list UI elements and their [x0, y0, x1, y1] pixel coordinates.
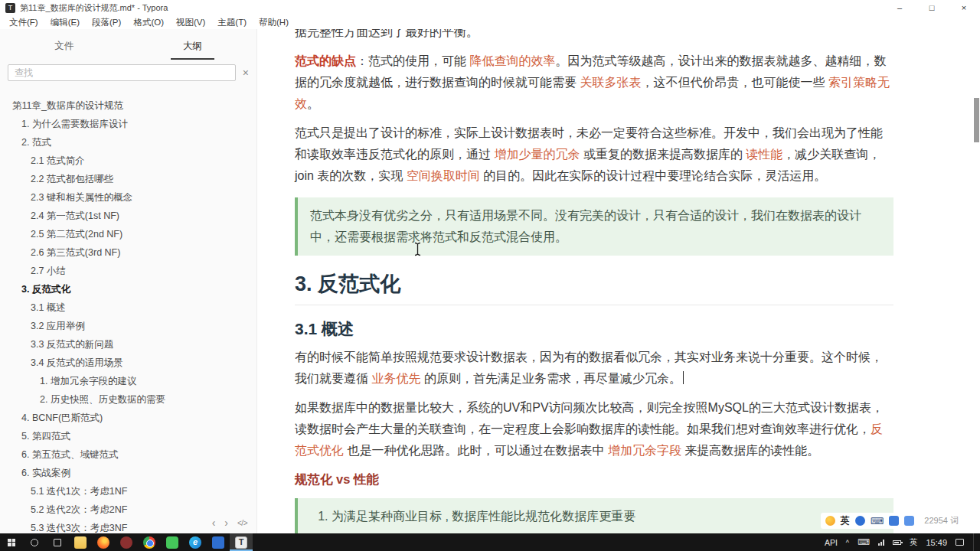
sidebar-tab-label: 文件 — [42, 37, 86, 60]
outline-item[interactable]: 3.3 反范式的新问题 — [0, 335, 256, 354]
outline-item[interactable]: 2.6 第三范式(3rd NF) — [0, 243, 256, 262]
paragraph[interactable]: 范式只是提出了设计的标准，实际上设计数据表时，未必一定要符合这些标准。开发中，我… — [295, 122, 893, 187]
title-bar[interactable]: T 第11章_数据库的设计规范.md* - Typora – □ × — [0, 0, 980, 15]
menu-item-1[interactable]: 文件(F) — [3, 15, 44, 29]
ime-toolbox-icon[interactable] — [889, 516, 899, 526]
outline-item[interactable]: 2. 范式 — [0, 133, 256, 152]
sidebar-tab-label: 大纲 — [171, 37, 214, 60]
sidebar-tabs: 文件大纲 — [0, 37, 256, 60]
edge-icon: e — [189, 536, 201, 549]
search-input[interactable] — [8, 64, 236, 81]
typora-window: T 第11章_数据库的设计规范.md* - Typora – □ × 文件(F)… — [0, 0, 980, 551]
tray-api-label[interactable]: API — [825, 538, 838, 547]
outline-item[interactable]: 3. 反范式化 — [0, 280, 256, 298]
menu-item-2[interactable]: 编辑(E) — [44, 15, 86, 29]
menu-item-5[interactable]: 视图(V) — [170, 15, 211, 29]
action-center-icon[interactable] — [956, 539, 964, 546]
close-button[interactable]: × — [948, 0, 980, 15]
outline-item[interactable]: 5. 第四范式 — [0, 427, 256, 445]
subheading[interactable]: 规范化 vs 性能 — [295, 471, 893, 487]
text-run: 的原则，首先满足业务需求，再尽量减少冗余。 — [420, 372, 681, 385]
outline-panel: 第11章_数据库的设计规范1. 为什么需要数据库设计2. 范式2.1 范式简介2… — [0, 96, 256, 533]
ime-keyboard-icon[interactable]: ⌨ — [871, 517, 884, 526]
maximize-button[interactable]: □ — [916, 0, 948, 15]
text-run: 也是一种优化思路。此时，可以通过在数据表中 — [344, 444, 608, 457]
quote-block[interactable]: 范式本身没有优劣之分，只有适用场景不同。没有完美的设计，只有合适的设计，我们在数… — [295, 197, 893, 256]
outline-item[interactable]: 6. 第五范式、域键范式 — [0, 445, 256, 464]
taskbar-app-maroon[interactable] — [115, 533, 138, 551]
outline-item[interactable]: 2. 历史快照、历史数据的需要 — [0, 390, 256, 409]
taskbar-file-explorer[interactable] — [69, 533, 92, 551]
firefox-icon — [97, 536, 109, 549]
outline-item[interactable]: 1. 为什么需要数据库设计 — [0, 115, 256, 133]
outline-item[interactable]: 3.1 概述 — [0, 298, 256, 317]
battery-icon[interactable] — [893, 540, 901, 545]
outline-item[interactable]: 2.3 键和相关属性的概念 — [0, 188, 256, 207]
taskbar: eT API ^ ⌨ 英 15:49 — [0, 533, 980, 551]
clock[interactable]: 15:49 — [926, 538, 947, 547]
scrollbar-thumb[interactable] — [974, 98, 979, 142]
cortana-search-button[interactable] — [23, 533, 46, 551]
sidebar-tab-大纲[interactable]: 大纲 — [129, 37, 257, 60]
outline-item[interactable]: 2.5 第二范式(2nd NF) — [0, 225, 256, 243]
outline-item[interactable]: 3.4 反范式的适用场景 — [0, 354, 256, 372]
touch-keyboard-icon[interactable]: ⌨ — [858, 538, 870, 546]
quote-block[interactable]: 为满足某种商业目标 , 数据库性能比规范化数据库更重要在数据规范化的同时 , 要… — [295, 498, 893, 533]
taskbar-chrome[interactable] — [138, 533, 161, 551]
window-title: 第11章_数据库的设计规范.md* - Typora — [20, 2, 168, 14]
nav-back-icon[interactable]: ‹ — [212, 517, 216, 529]
menu-item-7[interactable]: 帮助(H) — [253, 15, 295, 29]
start-button[interactable] — [0, 533, 23, 551]
outline-item[interactable]: 6. 实战案例 — [0, 464, 256, 482]
ime-account-icon[interactable] — [904, 516, 914, 526]
highlight-term: 关联多张表 — [580, 76, 641, 89]
taskbar-typora[interactable]: T — [230, 533, 253, 551]
outline-item[interactable]: 3.2 应用举例 — [0, 317, 256, 335]
app-maroon-icon — [120, 536, 132, 549]
task-view-button[interactable] — [46, 533, 69, 551]
network-icon[interactable] — [878, 540, 884, 546]
ime-logo-icon[interactable] — [825, 516, 835, 526]
nav-forward-icon[interactable]: › — [224, 517, 228, 529]
outline-item[interactable]: 5.1 迭代1次：考虑1NF — [0, 482, 256, 500]
highlight-term: 增加少量的冗余 — [494, 148, 580, 161]
ime-language-indicator[interactable]: 英 — [841, 514, 850, 527]
paragraph[interactable]: 有的时候不能简单按照规范要求设计数据表，因为有的数据看似冗余，其实对业务来说十分… — [295, 347, 893, 390]
search-circle-icon — [31, 539, 38, 546]
paragraph[interactable]: 如果数据库中的数据量比较大，系统的UV和PV访问频次比较高，则完全按照MySQL… — [295, 397, 893, 461]
sidebar-footer: ‹ › </> — [212, 517, 247, 529]
outline-item[interactable]: 4. BCNF(巴斯范式) — [0, 409, 256, 427]
menu-item-6[interactable]: 主题(T) — [211, 15, 253, 29]
outline-item[interactable]: 第11章_数据库的设计规范 — [0, 96, 256, 115]
close-search-icon[interactable]: × — [243, 67, 249, 78]
taskbar-edge[interactable]: e — [184, 533, 207, 551]
paragraph[interactable]: 范式的缺点：范式的使用，可能 降低查询的效率。因为范式等级越高，设计出来的数据表… — [295, 51, 893, 115]
menu-item-4[interactable]: 格式(O) — [127, 15, 170, 29]
taskbar-firefox[interactable] — [92, 533, 115, 551]
editor-area[interactable]: 据完整性方面达到了最好的平衡。范式的缺点：范式的使用，可能 降低查询的效率。因为… — [257, 29, 980, 533]
text-run: 的目的。因此在实际的设计过程中要理论结合实际，灵活运用。 — [480, 169, 826, 182]
outline-item[interactable]: 2.7 小结 — [0, 262, 256, 280]
menu-item-3[interactable]: 段落(P) — [86, 15, 127, 29]
file-explorer-icon — [74, 536, 87, 549]
source-mode-icon[interactable]: </> — [237, 519, 247, 527]
windows-logo-icon — [8, 539, 15, 546]
highlight-term: 业务优先 — [371, 372, 420, 385]
taskbar-wechat[interactable] — [161, 533, 184, 551]
outline-item[interactable]: 2.2 范式都包括哪些 — [0, 170, 256, 188]
paragraph[interactable]: 据完整性方面达到了最好的平衡。 — [295, 29, 893, 43]
taskbar-ide-blue[interactable] — [207, 533, 230, 551]
minimize-button[interactable]: – — [884, 0, 916, 15]
outline-item[interactable]: 2.4 第一范式(1st NF) — [0, 207, 256, 225]
heading[interactable]: 3. 反范式化 — [295, 271, 893, 305]
heading[interactable]: 3.1 概述 — [295, 319, 893, 339]
outline-item[interactable]: 2.1 范式简介 — [0, 152, 256, 170]
show-desktop-button[interactable] — [973, 533, 977, 551]
sidebar-tab-文件[interactable]: 文件 — [0, 37, 129, 60]
outline-item[interactable]: 1. 增加冗余字段的建议 — [0, 372, 256, 390]
ime-skin-icon[interactable] — [855, 516, 865, 526]
highlight-term: 增加冗余字段 — [608, 444, 681, 457]
ime-tray-indicator[interactable]: 英 — [910, 537, 918, 548]
ime-toolbar: 英 ⌨ — [821, 513, 919, 529]
hidden-icons-chevron[interactable]: ^ — [846, 539, 849, 546]
